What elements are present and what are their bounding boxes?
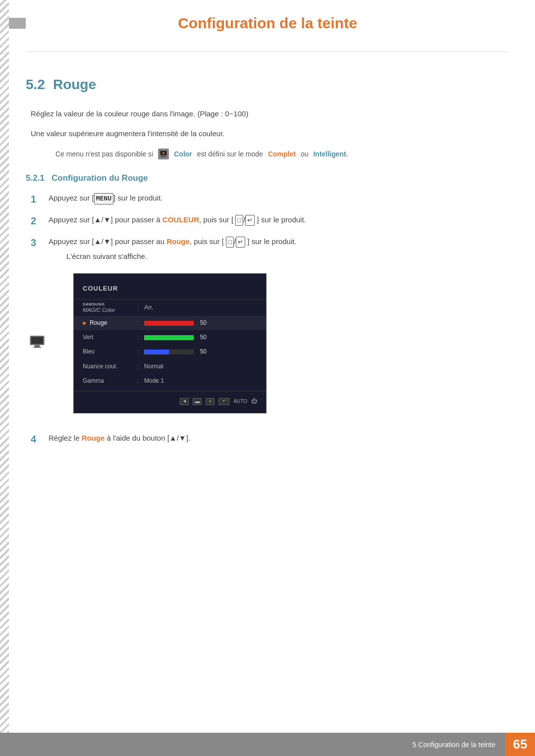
osd-label-magic: SAMSUNG MAGIC Color (83, 302, 137, 313)
note-line: Ce menu n'est pas disponible si Color es… (55, 149, 509, 159)
monitor-icon (30, 335, 45, 352)
btn-enter: ↵ (245, 215, 255, 226)
svg-rect-6 (35, 345, 40, 347)
note-intelligent: Intelligent. (313, 150, 348, 158)
note-rest: est défini sur le mode (197, 150, 263, 158)
step-3: 3 Appuyez sur [▲/▼] pour passer au Rouge… (31, 236, 509, 424)
osd-row-gamma: Gamma : Mode 1 (74, 374, 266, 388)
osd-bottom-bar: ◄ ▬ + ↵ AUTO ⏻ (74, 391, 266, 406)
note-complet: Complet (268, 150, 296, 158)
subsection-title: Configuration du Rouge (52, 173, 148, 183)
osd-value-vert: 50 (144, 333, 257, 342)
selected-dot (83, 322, 86, 325)
bleu-bar (144, 350, 194, 354)
osd-row-nuance: Nuance coul. : Normal (74, 359, 266, 374)
subsection-heading: 5.2.1 Configuration du Rouge (26, 173, 509, 183)
step-content-1: Appuyez sur [MENU] sur le produit. (49, 192, 509, 204)
couleur-bold: COULEUR (162, 215, 199, 224)
rouge-bar (144, 321, 194, 326)
btn-square-3: □ (226, 237, 234, 248)
step-number-4: 4 (31, 432, 41, 446)
note-icon (158, 149, 169, 159)
menu-key: MENU (94, 193, 113, 204)
left-stripe-accent (9, 18, 26, 29)
osd-colon-nuance: : (137, 362, 144, 371)
osd-title: COULEUR (74, 281, 266, 300)
osd-label-nuance: Nuance coul. (83, 362, 137, 371)
osd-value-gamma: Mode 1 (144, 376, 257, 386)
osd-label-bleu: Bleu (83, 347, 137, 356)
osd-colon-bleu: : (137, 347, 144, 356)
step-number-1: 1 (31, 192, 41, 206)
step-3-subtext: L'écran suivant s'affiche. (66, 251, 509, 262)
step-number-2: 2 (31, 214, 41, 228)
footer: 5 Configuration de la teinte 65 (0, 733, 535, 756)
step-number-3: 3 (31, 236, 41, 250)
btn-square: □ (235, 215, 243, 226)
footer-page-number: 65 (505, 733, 535, 756)
note-prefix: Ce menu n'est pas disponible si (55, 150, 153, 158)
subsection-number: 5.2.1 (26, 173, 45, 183)
section-number: 5.2 (26, 77, 45, 93)
page-title: Configuration de la teinte (26, 15, 509, 52)
footer-text: 5 Configuration de la teinte (413, 741, 505, 749)
btn-enter-3: ↵ (236, 237, 245, 248)
osd-row-magic: SAMSUNG MAGIC Color : Arr. (74, 300, 266, 316)
osd-colon-magic: : (137, 303, 144, 312)
section-title: Rouge (53, 77, 96, 93)
step-2: 2 Appuyez sur [▲/▼] pour passer à COULEU… (31, 214, 509, 228)
rouge-bold-3: Rouge (166, 237, 190, 246)
osd-row-rouge: Rouge : 50 (74, 316, 266, 330)
steps-list: 1 Appuyez sur [MENU] sur le produit. 2 A… (31, 192, 509, 446)
body-text-2: Une valeur supérieure augmentera l'inten… (31, 127, 509, 140)
note-color: Color (174, 150, 192, 158)
svg-point-3 (162, 152, 164, 154)
svg-rect-7 (33, 347, 41, 348)
rouge-value: 50 (197, 318, 207, 328)
osd-screenshot: COULEUR SAMSUNG MAGIC Color : (73, 273, 267, 413)
body-text-1: Réglez la valeur de la couleur rouge dan… (31, 107, 509, 120)
osd-colon-vert: : (137, 333, 144, 342)
osd-value-bleu: 50 (144, 347, 257, 356)
rouge-bold-4: Rouge (82, 434, 105, 442)
osd-value-nuance: Normal (144, 362, 257, 371)
bleu-value: 50 (197, 347, 207, 356)
osd-btn-left: ◄ (180, 398, 189, 405)
osd-btn-auto: AUTO (233, 398, 247, 405)
step-4: 4 Réglez le Rouge à l'aide du bouton [▲/… (31, 432, 509, 446)
vert-bar-fill (144, 335, 194, 340)
osd-btn-enter: ↵ (218, 398, 229, 405)
step-content-3: Appuyez sur [▲/▼] pour passer au Rouge, … (49, 236, 509, 424)
osd-label-gamma: Gamma (83, 376, 137, 386)
left-stripe-decoration (0, 0, 9, 733)
vert-bar (144, 335, 194, 340)
step-content-2: Appuyez sur [▲/▼] pour passer à COULEUR,… (49, 214, 509, 226)
note-ou: ou (301, 150, 309, 158)
svg-rect-2 (161, 156, 165, 157)
vert-value: 50 (197, 333, 207, 342)
step-content-4: Réglez le Rouge à l'aide du bouton [▲/▼]… (49, 432, 509, 444)
osd-colon-gamma: : (137, 376, 144, 386)
osd-colon-rouge: : (137, 318, 144, 328)
osd-btn-minus: ▬ (193, 398, 202, 405)
svg-rect-5 (31, 337, 43, 344)
section-heading: 5.2 Rouge (26, 77, 509, 93)
step-1: 1 Appuyez sur [MENU] sur le produit. (31, 192, 509, 206)
osd-row-vert: Vert : 50 (74, 330, 266, 345)
osd-btn-power: ⏻ (251, 397, 257, 406)
osd-label-vert: Vert (83, 333, 137, 342)
osd-value-magic: Arr. (144, 303, 257, 312)
osd-btn-plus: + (206, 398, 214, 405)
osd-value-rouge: 50 (144, 318, 257, 328)
osd-label-rouge: Rouge (83, 318, 137, 328)
osd-row-bleu: Bleu : 50 (74, 345, 266, 359)
rouge-bar-fill (144, 321, 194, 326)
bleu-bar-fill (144, 350, 169, 354)
